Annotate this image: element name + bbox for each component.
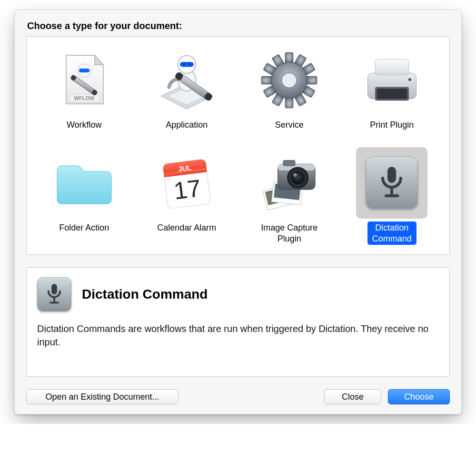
detail-icon <box>37 277 71 312</box>
open-existing-button[interactable]: Open an Existing Document... <box>26 389 178 404</box>
type-label: Dictation Command <box>367 221 416 245</box>
svg-point-39 <box>293 173 297 177</box>
type-label: Workflow <box>62 119 107 141</box>
image-capture-icon <box>254 147 325 219</box>
detail-panel: Dictation Command Dictation Commands are… <box>26 267 450 377</box>
folder-icon <box>49 147 120 219</box>
svg-rect-10 <box>180 61 194 66</box>
workflow-icon: WFLOW <box>49 44 120 116</box>
type-label: Folder Action <box>54 221 114 244</box>
detail-description: Dictation Commands are workflows that ar… <box>37 322 439 349</box>
type-grid: WFLOW Workflow <box>35 42 441 245</box>
type-dictation-command[interactable]: Dictation Command <box>347 145 437 245</box>
svg-rect-42 <box>385 194 399 197</box>
type-service[interactable]: Service <box>244 42 335 141</box>
detail-title: Dictation Command <box>82 287 208 302</box>
new-document-sheet: Choose a type for your document: <box>14 10 462 414</box>
svg-point-24 <box>408 78 411 81</box>
svg-rect-43 <box>51 284 57 294</box>
svg-point-12 <box>188 63 191 65</box>
svg-rect-44 <box>53 297 55 302</box>
svg-rect-23 <box>377 89 407 99</box>
choose-button[interactable]: Choose <box>388 389 450 404</box>
type-application[interactable]: Application <box>141 42 232 141</box>
type-workflow[interactable]: WFLOW Workflow <box>39 42 129 141</box>
type-folder-action[interactable]: Folder Action <box>39 145 129 245</box>
footer: Open an Existing Document... Close Choos… <box>26 389 450 404</box>
svg-rect-36 <box>283 160 295 166</box>
svg-rect-21 <box>375 60 409 75</box>
wflow-badge-text: WFLOW <box>74 95 94 101</box>
svg-point-11 <box>182 63 185 65</box>
svg-rect-45 <box>50 302 59 303</box>
sheet-title: Choose a type for your document: <box>27 20 450 31</box>
type-label: Service <box>270 119 308 141</box>
type-label: Print Plugin <box>365 119 418 141</box>
svg-point-19 <box>282 72 297 87</box>
type-label: Application <box>161 119 212 141</box>
type-calendar-alarm[interactable]: JUL 17 Calendar Alarm <box>141 145 232 245</box>
type-label: Image Capture Plugin <box>256 221 322 245</box>
type-print-plugin[interactable]: Print Plugin <box>347 42 437 141</box>
svg-point-38 <box>292 171 305 184</box>
service-icon <box>254 44 325 116</box>
svg-rect-17 <box>285 52 293 63</box>
close-button[interactable]: Close <box>324 389 381 404</box>
application-icon <box>151 44 222 116</box>
type-image-capture-plugin[interactable]: Image Capture Plugin <box>244 145 335 245</box>
svg-text:JUL: JUL <box>178 164 192 173</box>
svg-text:17: 17 <box>172 174 202 205</box>
type-label: Calendar Alarm <box>152 221 221 244</box>
svg-rect-2 <box>79 69 89 72</box>
type-grid-box: WFLOW Workflow <box>26 36 450 255</box>
calendar-icon: JUL 17 <box>151 147 222 219</box>
dictation-icon <box>356 147 427 219</box>
svg-rect-40 <box>387 167 396 183</box>
svg-rect-41 <box>390 187 393 195</box>
printer-icon <box>356 44 427 116</box>
